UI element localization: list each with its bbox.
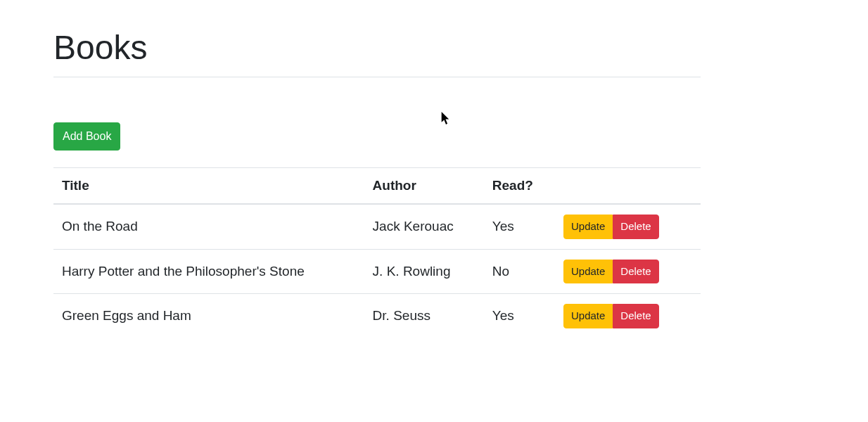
cell-actions: Update Delete (555, 204, 701, 249)
cell-title: Harry Potter and the Philosopher's Stone (53, 249, 364, 294)
update-button[interactable]: Update (563, 260, 613, 284)
cell-title: On the Road (53, 204, 364, 249)
add-book-button[interactable]: Add Book (53, 122, 120, 151)
delete-button[interactable]: Delete (613, 304, 658, 328)
row-actions: Update Delete (563, 304, 659, 328)
column-header-read: Read? (484, 168, 555, 204)
column-header-actions (555, 168, 701, 204)
update-button[interactable]: Update (563, 304, 613, 328)
page-title: Books (53, 0, 701, 77)
cell-read: No (484, 249, 555, 294)
column-header-author: Author (364, 168, 484, 204)
row-actions: Update Delete (563, 215, 659, 239)
title-divider (53, 77, 701, 77)
delete-button[interactable]: Delete (613, 215, 658, 239)
table-row: On the Road Jack Kerouac Yes Update Dele… (53, 204, 701, 249)
table-row: Harry Potter and the Philosopher's Stone… (53, 249, 701, 294)
cell-read: Yes (484, 294, 555, 338)
cell-title: Green Eggs and Ham (53, 294, 364, 338)
books-table: Title Author Read? On the Road Jack Kero… (53, 168, 701, 338)
cell-author: Dr. Seuss (364, 294, 484, 338)
cell-actions: Update Delete (555, 249, 701, 294)
cell-author: Jack Kerouac (364, 204, 484, 249)
update-button[interactable]: Update (563, 215, 613, 239)
row-actions: Update Delete (563, 260, 659, 284)
add-book-section: Add Book (53, 122, 701, 167)
cell-actions: Update Delete (555, 294, 701, 338)
delete-button[interactable]: Delete (613, 260, 658, 284)
page-container: Books Add Book Title Author Read? On the… (53, 0, 701, 338)
column-header-title: Title (53, 168, 364, 204)
cell-read: Yes (484, 204, 555, 249)
table-header-row: Title Author Read? (53, 168, 701, 204)
cell-author: J. K. Rowling (364, 249, 484, 294)
table-row: Green Eggs and Ham Dr. Seuss Yes Update … (53, 294, 701, 338)
